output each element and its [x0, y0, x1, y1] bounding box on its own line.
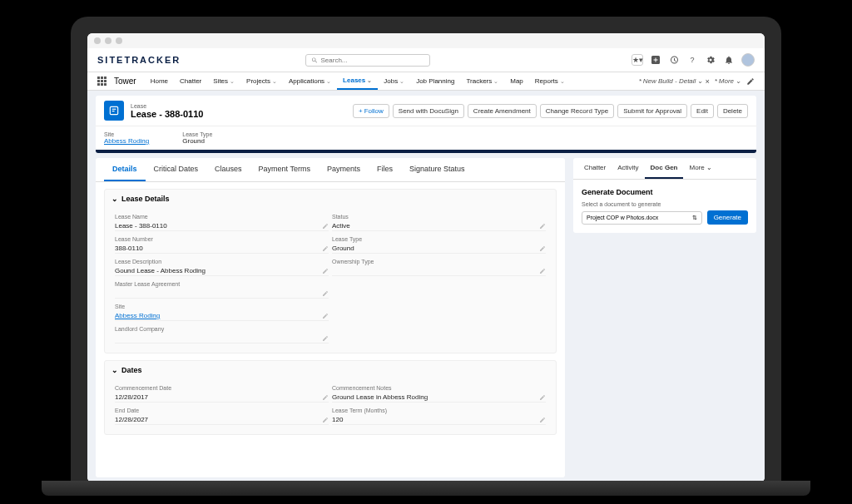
nav-item-projects[interactable]: Projects⌄ [240, 72, 283, 90]
tab-clauses[interactable]: Clauses [206, 158, 250, 181]
edit-icon[interactable] [539, 268, 546, 274]
nav-item-applications[interactable]: Applications⌄ [283, 72, 337, 90]
edit-icon[interactable] [322, 245, 329, 252]
chevron-down-icon: ⌄ [367, 77, 372, 84]
field-label: Lease Number [115, 236, 329, 242]
notifications-icon[interactable] [723, 54, 735, 66]
chevron-down-icon: ⌄ [326, 78, 331, 85]
field-label: Lease Type [332, 236, 546, 242]
nav-item-leases[interactable]: Leases⌄ [337, 72, 378, 90]
nav-item-map[interactable]: Map [504, 72, 529, 90]
field-label: Lease Term (Months) [332, 408, 546, 413]
tab-signature-status[interactable]: Signature Status [401, 158, 473, 181]
edit-icon[interactable] [322, 394, 329, 401]
nav-item-trackers[interactable]: Trackers⌄ [460, 72, 504, 90]
edit-icon[interactable] [539, 394, 546, 401]
edit-nav-icon[interactable] [746, 77, 755, 86]
docgen-title: Generate Document [582, 188, 748, 196]
nav-item-sites[interactable]: Sites⌄ [207, 72, 240, 90]
chevron-down-icon: ⌄ [705, 164, 712, 171]
chevron-down-icon: ⌄ [399, 78, 404, 85]
close-icon[interactable]: × [705, 77, 709, 86]
edit-icon[interactable] [322, 335, 329, 342]
field-value: 12/28/2027 [115, 416, 322, 423]
field-label: Commencement Notes [332, 385, 546, 391]
add-icon[interactable] [650, 54, 661, 66]
field-value: Lease - 388-0110 [115, 222, 322, 230]
send-with-docusign-button[interactable]: Send with DocuSign [393, 104, 464, 118]
edit-icon[interactable] [322, 417, 329, 423]
record-type-icon [104, 101, 124, 121]
nav-item-reports[interactable]: Reports⌄ [529, 72, 571, 90]
field-value: Active [332, 222, 539, 230]
nav-more[interactable]: * More ⌄ [715, 77, 741, 85]
field-value[interactable]: Abbess Roding [104, 137, 149, 145]
tab-payments[interactable]: Payments [319, 158, 369, 181]
follow-button[interactable]: Follow [353, 104, 389, 118]
global-search[interactable] [305, 54, 430, 67]
edit-icon[interactable] [322, 268, 329, 274]
edit-button[interactable]: Edit [691, 104, 714, 118]
edit-icon[interactable] [539, 223, 546, 230]
nav-item-chatter[interactable]: Chatter [174, 72, 207, 90]
window-controls [87, 33, 765, 48]
field-value[interactable]: Abbess Roding [115, 312, 322, 319]
open-tab-new-build[interactable]: * New Build - Detail ⌄ × [639, 77, 710, 86]
edit-icon[interactable] [322, 290, 329, 297]
create-amendment-button[interactable]: Create Amendment [468, 104, 537, 118]
side-tab-activity[interactable]: Activity [612, 158, 644, 179]
field-value: Ground [332, 245, 539, 252]
docgen-select[interactable]: Project COP w Photos.docx⇅ [582, 211, 702, 225]
search-input[interactable] [320, 57, 424, 64]
user-avatar[interactable] [741, 53, 755, 67]
record-title: Lease - 388-0110 [131, 109, 203, 119]
chevron-down-icon: ⌄ [493, 78, 498, 85]
side-tab-more[interactable]: More ⌄ [683, 158, 717, 179]
field-value: Gound Lease - Abbess Roding [115, 267, 322, 274]
nav-item-home[interactable]: Home [145, 72, 174, 90]
tab-payment-terms[interactable]: Payment Terms [250, 158, 319, 181]
app-logo: SITETRACKER [97, 55, 181, 65]
chevron-down-icon: ⌄ [230, 78, 235, 85]
search-icon [311, 57, 318, 64]
svg-rect-3 [112, 111, 115, 111]
tab-files[interactable]: Files [369, 158, 401, 181]
docgen-hint: Select a document to generate [582, 201, 748, 207]
submit-for-approval-button[interactable]: Submit for Approval [617, 104, 687, 118]
section-lease-details[interactable]: Lease Details [105, 190, 556, 208]
edit-icon[interactable] [322, 223, 329, 230]
dropdown-icon: ⇅ [692, 215, 697, 221]
field-label: Lease Description [115, 259, 329, 264]
app-name: Tower [114, 77, 136, 86]
field-label: Site [115, 304, 329, 309]
svg-rect-2 [112, 109, 116, 110]
tab-details[interactable]: Details [104, 158, 146, 181]
field-label: Lease Type [182, 131, 212, 137]
nav-item-job-planning[interactable]: Job Planning [410, 72, 460, 90]
edit-icon[interactable] [539, 417, 546, 423]
history-icon[interactable] [668, 54, 680, 66]
settings-icon[interactable] [705, 54, 716, 66]
delete-button[interactable]: Delete [717, 104, 748, 118]
field-label: Status [332, 214, 546, 220]
field-value: Ground [182, 137, 212, 145]
tab-critical-dates[interactable]: Critical Dates [146, 158, 207, 181]
edit-icon[interactable] [322, 313, 329, 319]
field-label: Lease Name [115, 214, 329, 220]
field-value: 388-0110 [115, 245, 322, 252]
help-icon[interactable]: ? [686, 54, 698, 66]
field-label: Site [104, 131, 149, 137]
field-label: Master Lease Agreement [115, 281, 329, 287]
chevron-down-icon: ⌄ [272, 78, 277, 85]
section-dates[interactable]: Dates [105, 361, 556, 379]
favorites-button[interactable]: ★▾ [632, 54, 643, 66]
edit-icon[interactable] [539, 245, 546, 252]
generate-button[interactable]: Generate [707, 210, 748, 225]
side-tab-doc-gen[interactable]: Doc Gen [645, 158, 684, 179]
app-launcher-icon[interactable] [97, 77, 107, 86]
field-label: Landlord Company [115, 326, 329, 332]
nav-item-jobs[interactable]: Jobs⌄ [378, 72, 410, 90]
change-record-type-button[interactable]: Change Record Type [540, 104, 614, 118]
chevron-down-icon: ⌄ [560, 78, 565, 85]
side-tab-chatter[interactable]: Chatter [578, 158, 612, 179]
